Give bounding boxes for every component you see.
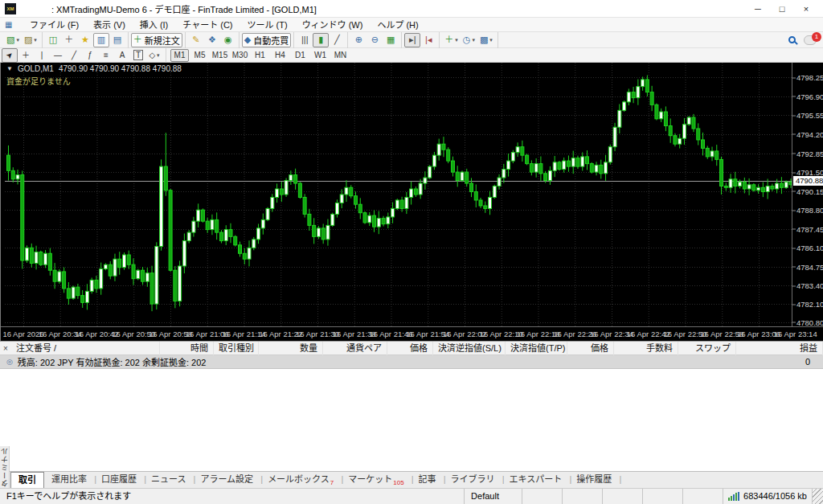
bars-button[interactable]: ||| <box>297 33 313 47</box>
one-click-collapse-icon[interactable]: ▼ <box>6 65 13 72</box>
candle-body <box>576 158 579 166</box>
column-header-1[interactable]: 注文番号 / <box>11 342 160 355</box>
timeframe-d1[interactable]: D1 <box>291 49 309 62</box>
candle-body <box>669 126 672 136</box>
column-header-2[interactable]: 時間 <box>160 342 214 355</box>
toolbox-rail[interactable]: ターミナル <box>0 446 10 488</box>
cursor-tool-button[interactable]: ➤ <box>2 48 18 63</box>
timeframe-m1[interactable]: M1 <box>170 49 189 62</box>
column-header-10[interactable]: 手数料 <box>614 342 678 355</box>
timeframe-m5[interactable]: M5 <box>190 49 209 62</box>
time-axis[interactable]: 16 Apr 202616 Apr 20:3416 Apr 20:4216 Ap… <box>1 326 823 341</box>
column-header-5[interactable]: 通貨ペア <box>323 342 387 355</box>
column-header-11[interactable]: スワップ <box>678 342 736 355</box>
line-chart-button[interactable]: ╱ <box>329 33 345 47</box>
chart-plot[interactable] <box>5 63 792 326</box>
timeframe-h1[interactable]: H1 <box>251 49 269 62</box>
highlighter-button[interactable]: ✎ <box>188 33 204 47</box>
toolbox-tab-マーケット[interactable]: マーケット105 <box>341 472 411 488</box>
candle-body <box>377 219 380 227</box>
candle-body <box>219 232 223 240</box>
menu-item-window[interactable]: ウィンドウ (W) <box>295 18 371 32</box>
column-header-12[interactable]: 損益 <box>736 342 823 355</box>
timeframe-w1[interactable]: W1 <box>311 49 330 62</box>
timeframe-m30[interactable]: M30 <box>231 49 249 62</box>
column-header-6[interactable]: 価格 <box>387 342 433 355</box>
column-header-8[interactable]: 決済指値(T/P) <box>506 342 567 355</box>
resize-grip[interactable] <box>813 489 823 504</box>
price-tick-label: 4780.80 <box>796 318 823 326</box>
text-tool-button[interactable]: A <box>114 48 130 63</box>
shapes-tool-button[interactable]: ◇▾ <box>146 48 162 63</box>
column-header-label: 損益 <box>800 343 817 353</box>
close-button[interactable]: × <box>794 1 818 17</box>
maximize-button[interactable]: □ <box>770 1 794 17</box>
menu-item-tools[interactable]: ツール (T) <box>240 18 295 32</box>
column-header-3[interactable]: 取引種別 <box>214 342 259 355</box>
periods-button[interactable]: ◷▾ <box>461 33 477 47</box>
new-order-button[interactable]: ＋新規注文 <box>131 33 182 47</box>
toolbox-close-icon[interactable]: × <box>0 344 11 353</box>
menu-item-insert[interactable]: 挿入 (I) <box>133 18 175 32</box>
fibonacci-tool-button[interactable]: ƒ <box>82 48 98 63</box>
crosshair-tool-button[interactable]: ＋ <box>18 48 34 63</box>
toolbox-tab-運用比率[interactable]: 運用比率 <box>44 472 94 488</box>
menu-item-help[interactable]: ヘルプ (H) <box>370 18 425 32</box>
minimize-button[interactable]: ─ <box>746 1 770 17</box>
toolbox-tab-操作履歴[interactable]: 操作履歴 <box>569 472 619 488</box>
periods-icon: ◷ <box>463 35 471 44</box>
column-header-7[interactable]: 決済逆指値(S/L) <box>433 342 506 355</box>
toolbox-tab-エキスパート[interactable]: エキスパート <box>502 472 570 488</box>
toolbox-tab-メールボックス[interactable]: メールボックス7 <box>260 472 341 488</box>
menu-item-view[interactable]: 表示 (V) <box>86 18 133 32</box>
templates-button[interactable]: ▩▾ <box>477 33 495 47</box>
toolbox-tab-アラーム設定[interactable]: アラーム設定 <box>193 472 260 488</box>
menu-item-chart[interactable]: チャート (C) <box>175 18 240 32</box>
autotrade-button[interactable]: ◆自動売買 <box>242 33 291 47</box>
indicators-button[interactable]: ＋▾ <box>442 33 461 47</box>
timeframe-h4[interactable]: H4 <box>271 49 289 62</box>
symbols-button[interactable]: ◫ <box>45 33 61 47</box>
trendline-tool-button[interactable]: ╱ <box>66 48 82 63</box>
zoom-in-button[interactable]: ⊕ <box>350 33 366 47</box>
tile-windows-button[interactable]: ▦ <box>383 33 399 47</box>
menu-item-file[interactable]: ファイル (F) <box>23 18 86 32</box>
market-watch-button[interactable]: ▥ <box>93 33 109 47</box>
column-header-4[interactable]: 数量 <box>259 342 323 355</box>
search-icon[interactable] <box>788 36 796 43</box>
label-tool-button[interactable]: T <box>130 48 146 63</box>
chart-window[interactable]: ▼ GOLD,M1 4790.90 4790.90 4790.88 4790.8… <box>0 63 823 341</box>
column-header-9[interactable]: 価格 <box>567 342 614 355</box>
notifications-icon[interactable]: 1 <box>804 35 817 45</box>
channels-tool-button[interactable]: ≡ <box>98 48 114 63</box>
toolbox-tab-記事[interactable]: 記事 <box>412 472 444 488</box>
candle-body <box>178 266 182 301</box>
candle-body <box>224 230 227 241</box>
data-window-button[interactable]: ▤ <box>109 33 125 47</box>
hline-tool-button[interactable]: — <box>50 48 66 63</box>
timeframe-m15[interactable]: M15 <box>211 49 229 62</box>
signal-button[interactable]: ◉ <box>220 33 236 47</box>
profiles-button[interactable]: ▨▾ <box>22 33 39 47</box>
candle-body <box>391 208 395 216</box>
timeframe-mn[interactable]: MN <box>331 49 350 62</box>
auto-scroll-button[interactable]: |◂ <box>420 33 436 47</box>
candle-body <box>641 80 645 87</box>
status-empty-panel <box>603 489 643 504</box>
candle-body <box>553 162 556 170</box>
new-chart-button[interactable]: ▧▾ <box>4 33 22 47</box>
zoom-out-button[interactable]: ⊖ <box>366 33 383 47</box>
favorites-button[interactable]: ★ <box>77 33 93 47</box>
candles-button[interactable]: ▮ <box>313 33 329 47</box>
toolbox-tab-ライブラリ[interactable]: ライブラリ <box>444 472 502 488</box>
price-axis[interactable]: 4798.254796.904795.554794.204792.854791.… <box>792 63 823 326</box>
candle-body <box>687 117 690 125</box>
chart-shift-button[interactable]: ▸| <box>404 33 420 47</box>
toolbox-tab-口座履歴[interactable]: 口座履歴 <box>94 472 144 488</box>
community-button[interactable]: ❖ <box>204 33 220 47</box>
crosshair-button[interactable]: ＋ <box>61 33 77 47</box>
candle-body <box>44 253 47 264</box>
toolbox-tab-取引[interactable]: 取引 <box>10 472 44 488</box>
toolbox-tab-ニュース[interactable]: ニュース <box>144 472 193 488</box>
vline-tool-button[interactable]: | <box>34 48 50 63</box>
